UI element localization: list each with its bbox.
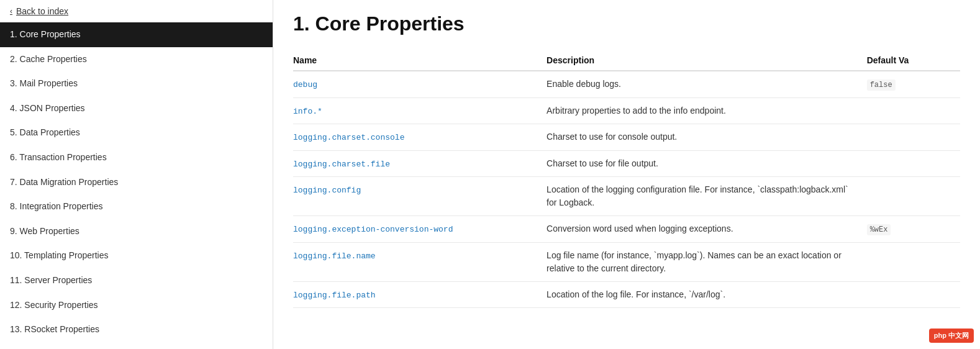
property-name-cell: info.* [293, 97, 547, 124]
property-default-cell: %wEx [867, 216, 960, 243]
sidebar-item-security[interactable]: 12. Security Properties [0, 293, 273, 318]
chevron-left-icon: ‹ [10, 7, 12, 16]
table-row: logging.charset.consoleCharset to use fo… [293, 124, 960, 151]
property-name-cell: logging.file.path [293, 281, 547, 308]
sidebar-nav: 1. Core Properties2. Cache Properties3. … [0, 22, 273, 349]
property-link[interactable]: debug [293, 80, 317, 89]
property-name-cell: debug [293, 71, 547, 97]
property-link[interactable]: logging.charset.console [293, 133, 404, 142]
property-name-cell: logging.file.name [293, 242, 547, 281]
sidebar-item-integration[interactable]: 8. Integration Properties [0, 194, 273, 219]
property-link[interactable]: logging.file.name [293, 252, 376, 261]
sidebar-item-cache[interactable]: 2. Cache Properties [0, 47, 273, 72]
property-description-cell: Arbitrary properties to add to the info … [547, 97, 867, 124]
property-default-cell [867, 281, 960, 308]
table-row: logging.exception-conversion-wordConvers… [293, 216, 960, 243]
sidebar-item-core[interactable]: 1. Core Properties [0, 22, 273, 47]
property-default-cell: false [867, 71, 960, 97]
sidebar: ‹ Back to index 1. Core Properties2. Cac… [0, 0, 273, 349]
property-default-cell [867, 242, 960, 281]
properties-table: Name Description Default Va debugEnable … [293, 50, 960, 308]
property-link[interactable]: logging.charset.file [293, 160, 390, 169]
sidebar-item-migration[interactable]: 7. Data Migration Properties [0, 170, 273, 195]
sidebar-item-transaction[interactable]: 6. Transaction Properties [0, 145, 273, 170]
property-link[interactable]: logging.file.path [293, 291, 376, 300]
sidebar-item-server[interactable]: 11. Server Properties [0, 268, 273, 293]
property-default-cell [867, 124, 960, 151]
table-row: logging.file.nameLog file name (for inst… [293, 242, 960, 281]
main-content: 1. Core Properties Name Description Defa… [273, 0, 980, 349]
table-row: debugEnable debug logs.false [293, 71, 960, 97]
property-description-cell: Conversion word used when logging except… [547, 216, 867, 243]
sidebar-item-mail[interactable]: 3. Mail Properties [0, 71, 273, 96]
back-to-index[interactable]: ‹ Back to index [0, 0, 273, 22]
property-link[interactable]: logging.config [293, 186, 361, 195]
property-default-cell [867, 97, 960, 124]
property-default-cell [867, 177, 960, 216]
page-title: 1. Core Properties [293, 12, 960, 35]
property-name-cell: logging.charset.console [293, 124, 547, 151]
property-name-cell: logging.charset.file [293, 150, 547, 177]
back-label: Back to index [16, 6, 68, 16]
property-name-cell: logging.exception-conversion-word [293, 216, 547, 243]
table-row: logging.configLocation of the logging co… [293, 177, 960, 216]
sidebar-item-web[interactable]: 9. Web Properties [0, 219, 273, 244]
property-description-cell: Enable debug logs. [547, 71, 867, 97]
col-header-description: Description [547, 50, 867, 71]
property-link[interactable]: info.* [293, 107, 322, 116]
property-description-cell: Location of the log file. For instance, … [547, 281, 867, 308]
default-value: %wEx [867, 224, 891, 235]
col-header-name: Name [293, 50, 547, 71]
property-description-cell: Charset to use for file output. [547, 150, 867, 177]
property-description-cell: Charset to use for console output. [547, 124, 867, 151]
property-description-cell: Location of the logging configuration fi… [547, 177, 867, 216]
sidebar-item-rsocket[interactable]: 13. RSocket Properties [0, 317, 273, 342]
sidebar-item-json[interactable]: 4. JSON Properties [0, 96, 273, 121]
table-body: debugEnable debug logs.falseinfo.*Arbitr… [293, 71, 960, 308]
property-name-cell: logging.config [293, 177, 547, 216]
sidebar-item-actuator[interactable]: 14. Actuator Properties [0, 342, 273, 349]
table-row: logging.file.pathLocation of the log fil… [293, 281, 960, 308]
property-default-cell [867, 150, 960, 177]
property-link[interactable]: logging.exception-conversion-word [293, 225, 453, 234]
default-value: false [867, 79, 896, 91]
sidebar-item-data[interactable]: 5. Data Properties [0, 120, 273, 145]
table-row: info.*Arbitrary properties to add to the… [293, 97, 960, 124]
property-description-cell: Log file name (for instance, `myapp.log`… [547, 242, 867, 281]
col-header-default: Default Va [867, 50, 960, 71]
table-row: logging.charset.fileCharset to use for f… [293, 150, 960, 177]
sidebar-item-templating[interactable]: 10. Templating Properties [0, 243, 273, 268]
watermark-badge: php 中文网 [929, 329, 974, 343]
